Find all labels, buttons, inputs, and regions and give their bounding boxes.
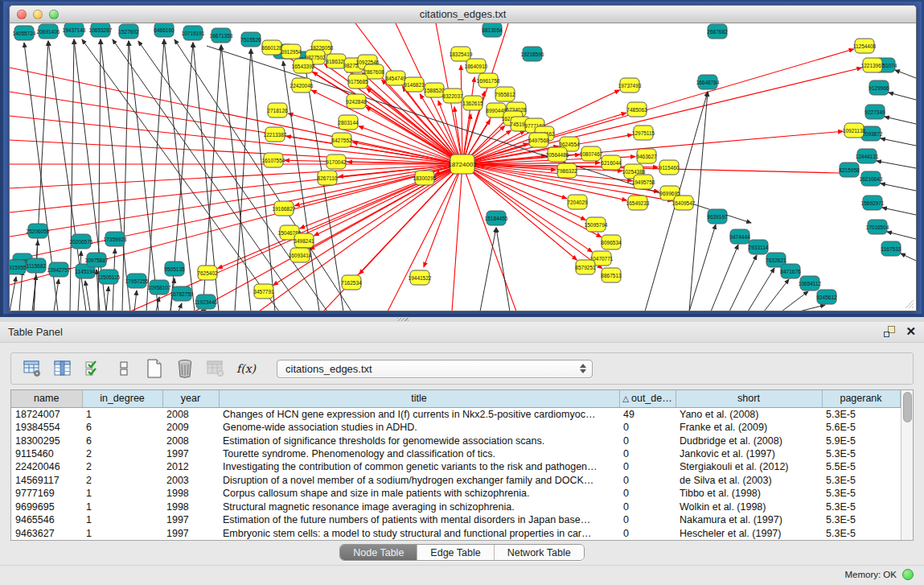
graph-node[interactable]: 9245612	[816, 290, 837, 304]
graph-node[interactable]: 17957255	[125, 274, 149, 288]
delete-table-button[interactable]	[204, 357, 227, 380]
graph-node[interactable]: 9146821	[404, 77, 425, 92]
close-panel-button[interactable]: ✕	[906, 325, 916, 338]
cell-pagerank[interactable]: 5.3E-5	[822, 487, 900, 500]
graph-node[interactable]: 17016504	[866, 220, 889, 234]
cell-in_degree[interactable]: 1	[82, 513, 162, 526]
graph-node[interactable]: 9242848	[346, 94, 367, 109]
column-header-pagerank[interactable]: pagerank	[822, 390, 900, 407]
cell-out_degree[interactable]: 49	[619, 407, 676, 421]
cell-out_degree[interactable]: 0	[619, 434, 676, 447]
table-row[interactable]: 1456911722003Disruption of a novel membe…	[11, 474, 900, 487]
graph-node[interactable]: 2718126	[267, 103, 288, 117]
cell-in_degree[interactable]: 1	[82, 501, 162, 513]
table-scrollbar[interactable]	[901, 390, 914, 540]
close-button[interactable]	[17, 10, 27, 19]
table-row[interactable]: 946554611997Estimation of the future num…	[11, 513, 900, 526]
graph-node[interactable]: 8267110	[318, 171, 338, 185]
cell-short[interactable]: Jankovic et al. (1997)	[676, 447, 822, 460]
cell-short[interactable]: Nakamura et al. (1997)	[676, 513, 822, 526]
cell-year[interactable]: 2009	[162, 421, 219, 434]
graph-node[interactable]: 9170042	[326, 154, 347, 169]
graph-node[interactable]: 16210643	[860, 171, 883, 186]
graph-node[interactable]: 1115682	[27, 258, 47, 273]
graph-node[interactable]: 7485063	[626, 102, 647, 117]
cell-short[interactable]: Wolkin et al. (1998)	[676, 501, 822, 513]
cell-out_degree[interactable]: 0	[619, 487, 676, 500]
cell-short[interactable]: Hescheler et al. (1997)	[676, 526, 822, 540]
show-columns-button[interactable]	[51, 357, 74, 380]
graph-node[interactable]: 9227349	[864, 105, 885, 119]
graph-node[interactable]: 16093414	[289, 248, 312, 262]
cell-pagerank[interactable]: 5.3E-5	[822, 474, 900, 487]
cell-out_degree[interactable]: 0	[619, 447, 676, 460]
cell-name[interactable]: 18724007	[11, 407, 82, 421]
table-row[interactable]: 1938455462009Genome-wide association stu…	[11, 421, 900, 434]
graph-node[interactable]: 1167533	[881, 241, 901, 256]
table-selector[interactable]: citations_edges.txt	[277, 360, 593, 378]
cell-out_degree[interactable]: 0	[619, 421, 676, 434]
column-header-year[interactable]: year	[162, 390, 219, 407]
table-row[interactable]: 946362711997Embryonic stem cells: a mode…	[11, 526, 900, 540]
graph-node[interactable]: 11254408	[853, 39, 877, 53]
graph-node[interactable]: 15095794	[585, 217, 608, 232]
graph-node[interactable]: 3912954	[281, 44, 302, 59]
graph-node[interactable]: 8454749	[385, 71, 406, 85]
cell-title[interactable]: Tourette syndrome. Phenomenology and cla…	[219, 447, 619, 460]
cell-out_degree[interactable]: 0	[619, 513, 676, 526]
cell-name[interactable]: 9699695	[11, 501, 82, 513]
cell-in_degree[interactable]: 1	[82, 526, 162, 540]
graph-node[interactable]: 22420046	[290, 78, 314, 93]
graph-node[interactable]: 1527602	[118, 24, 139, 39]
graph-node[interactable]: 10807467	[580, 146, 603, 161]
graph-node[interactable]: 9505135	[164, 262, 185, 276]
graph-node-hub[interactable]: 18724007	[448, 154, 477, 174]
column-header-short[interactable]: short	[676, 390, 822, 407]
graph-node[interactable]: 9463627	[636, 149, 657, 163]
column-header-name[interactable]: name	[11, 390, 82, 407]
cell-in_degree[interactable]: 2	[82, 447, 162, 460]
graph-node[interactable]: 8427552	[331, 133, 352, 147]
cell-name[interactable]: 9777169	[11, 487, 82, 500]
graph-node[interactable]: 6497568	[528, 133, 549, 147]
column-header-in_degree[interactable]: in_degree	[82, 390, 162, 407]
cell-title[interactable]: Estimation of the future numbers of pati…	[219, 513, 619, 526]
cell-title[interactable]: Embryonic stem cells: a model to study s…	[219, 526, 619, 540]
cell-title[interactable]: Estimation of significance thresholds fo…	[219, 434, 619, 447]
cell-pagerank[interactable]: 5.9E-5	[822, 434, 900, 447]
row-height-button[interactable]	[113, 357, 135, 380]
graph-node[interactable]: 18640910	[465, 59, 488, 73]
graph-node[interactable]: 20691406	[37, 24, 60, 39]
graph-node[interactable]: 8813054	[482, 23, 503, 37]
graph-node[interactable]: 14055724	[13, 26, 36, 40]
graph-node[interactable]: 12444131	[856, 149, 879, 163]
graph-node[interactable]: 20564486	[546, 147, 569, 162]
cell-year[interactable]: 1997	[162, 447, 219, 460]
graph-node[interactable]: 16549233	[626, 196, 650, 210]
window-titlebar[interactable]: citations_edges.txt	[10, 6, 916, 23]
graph-node[interactable]: 7625402	[197, 266, 218, 280]
cell-short[interactable]: Stergiakouli et al. (2012)	[676, 460, 822, 473]
cell-title[interactable]: Changes of HCN gene expression and I(f) …	[219, 407, 619, 421]
graph-node[interactable]: 8096534	[601, 235, 622, 249]
graph-node[interactable]: 7986322	[556, 163, 577, 178]
float-panel-button[interactable]	[883, 325, 896, 338]
graph-node[interactable]: 8579251	[575, 260, 596, 274]
graph-node[interactable]: 2803144	[338, 115, 359, 130]
cell-title[interactable]: Investigating the contribution of common…	[219, 460, 619, 473]
graph-node[interactable]: 7162534	[341, 275, 362, 290]
cell-out_degree[interactable]: 0	[619, 460, 676, 473]
graph-node[interactable]: 19495758	[632, 175, 655, 189]
graph-node[interactable]: 12505115	[97, 270, 121, 284]
graph-node[interactable]: 16107554	[262, 153, 285, 167]
cell-year[interactable]: 1997	[162, 526, 219, 540]
graph-node[interactable]: 8867513	[601, 268, 622, 282]
cell-name[interactable]: 22420046	[11, 460, 82, 473]
resize-grip[interactable]	[905, 299, 914, 309]
function-builder-button[interactable]: f(x)	[235, 357, 257, 380]
graph-node[interactable]: 10958107	[148, 280, 171, 295]
graph-node[interactable]: 16648784	[696, 75, 720, 89]
graph-node[interactable]: 1588520	[424, 83, 445, 97]
cell-title[interactable]: Disruption of a novel member of a sodium…	[219, 474, 619, 487]
graph-node[interactable]: 10653287	[89, 23, 113, 37]
